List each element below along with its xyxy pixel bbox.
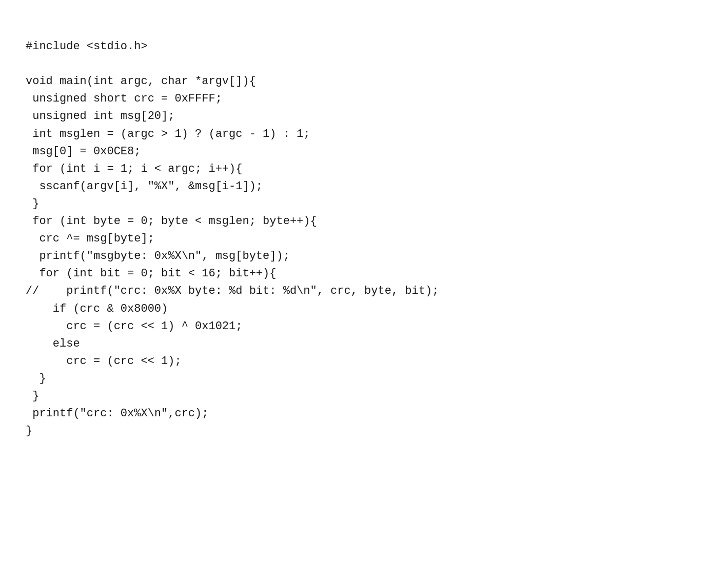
code-line: crc = (crc << 1); [26, 353, 702, 370]
code-line: } [26, 195, 702, 213]
code-line: printf("msgbyte: 0x%X\n", msg[byte]); [26, 248, 702, 265]
code-line: } [26, 422, 702, 440]
code-line: for (int i = 1; i < argc; i++){ [26, 160, 702, 178]
code-line: unsigned int msg[20]; [26, 108, 702, 125]
code-line: #include <stdio.h> [26, 38, 702, 55]
code-line: for (int bit = 0; bit < 16; bit++){ [26, 265, 702, 283]
code-line [26, 55, 702, 73]
code-line: else [26, 335, 702, 353]
code-line: // printf("crc: 0x%X byte: %d bit: %d\n"… [26, 283, 702, 300]
code-line: crc = (crc << 1) ^ 0x1021; [26, 318, 702, 335]
code-line: int msglen = (argc > 1) ? (argc - 1) : 1… [26, 126, 702, 143]
code-line: } [26, 388, 702, 405]
code-line: if (crc & 0x8000) [26, 300, 702, 318]
code-line: } [26, 370, 702, 388]
code-line: msg[0] = 0x0CE8; [26, 143, 702, 160]
code-line: printf("crc: 0x%X\n",crc); [26, 405, 702, 422]
code-display: #include <stdio.h> void main(int argc, c… [26, 21, 702, 440]
code-line: crc ^= msg[byte]; [26, 230, 702, 248]
code-line: void main(int argc, char *argv[]){ [26, 73, 702, 90]
code-line: sscanf(argv[i], "%X", &msg[i-1]); [26, 178, 702, 195]
code-line: unsigned short crc = 0xFFFF; [26, 90, 702, 108]
code-line: for (int byte = 0; byte < msglen; byte++… [26, 213, 702, 230]
